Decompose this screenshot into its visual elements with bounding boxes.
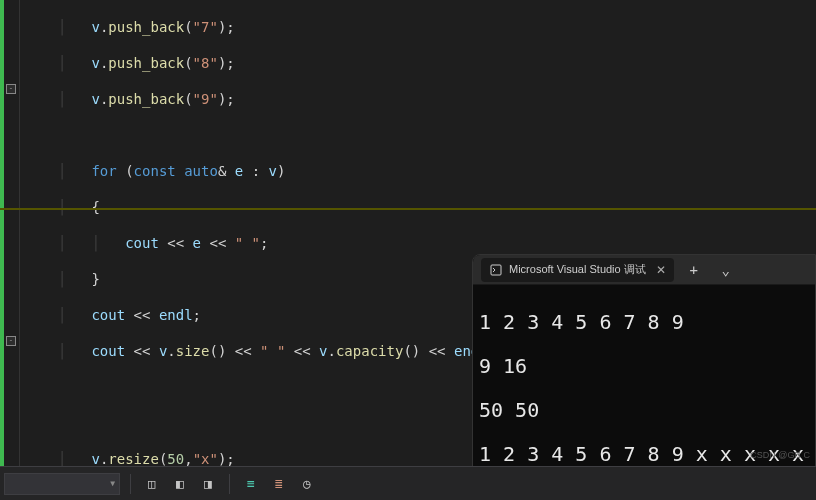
term-line: 9 16 [479, 355, 809, 377]
status-combo[interactable]: ▼ [4, 473, 120, 495]
status-icon-1[interactable]: ◫ [141, 473, 163, 495]
tab-dropdown-button[interactable]: ⌄ [714, 258, 738, 282]
new-tab-button[interactable]: + [682, 258, 706, 282]
status-icon-3[interactable]: ◨ [197, 473, 219, 495]
status-bar: ▼ ◫ ◧ ◨ ≡ ≣ ◷ [0, 466, 816, 500]
close-icon[interactable]: ✕ [656, 263, 666, 277]
status-icon-5[interactable]: ≣ [268, 473, 290, 495]
change-indicator [0, 0, 4, 466]
chevron-down-icon: ▼ [110, 479, 115, 488]
svg-rect-0 [491, 265, 501, 275]
terminal-icon [489, 263, 503, 277]
status-icon-2[interactable]: ◧ [169, 473, 191, 495]
watermark: CSDN @GR C [750, 450, 810, 460]
terminal-tab[interactable]: Microsoft Visual Studio 调试 ✕ [481, 258, 674, 282]
separator [229, 474, 230, 494]
debug-console-window[interactable]: Microsoft Visual Studio 调试 ✕ + ⌄ 1 2 3 4… [472, 254, 816, 500]
status-icon-4[interactable]: ≡ [240, 473, 262, 495]
fold-toggle[interactable]: - [6, 84, 16, 94]
term-line: 50 50 [479, 399, 809, 421]
terminal-tabbar: Microsoft Visual Studio 调试 ✕ + ⌄ [473, 255, 815, 285]
term-line: 1 2 3 4 5 6 7 8 9 [479, 311, 809, 333]
history-icon[interactable]: ◷ [296, 473, 318, 495]
editor-gutter: - - [0, 0, 20, 466]
separator [130, 474, 131, 494]
fold-toggle[interactable]: - [6, 336, 16, 346]
highlight-line [0, 208, 816, 210]
terminal-tab-title: Microsoft Visual Studio 调试 [509, 262, 646, 277]
